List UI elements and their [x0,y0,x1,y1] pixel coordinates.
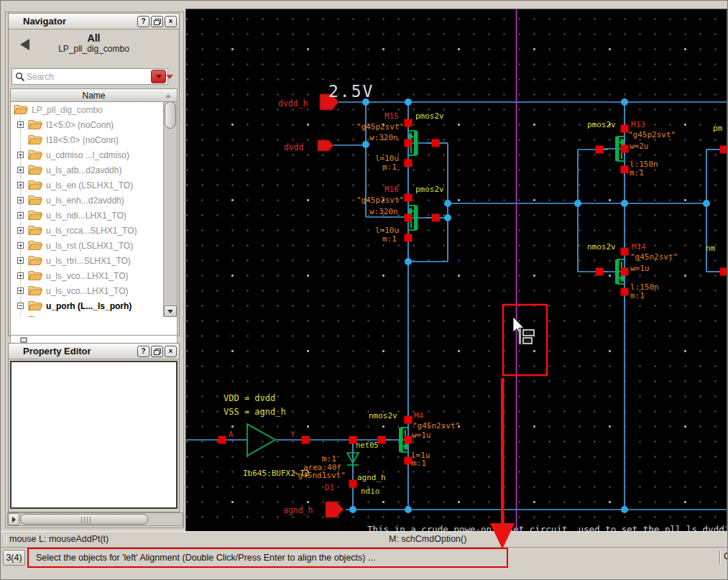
m16-width[interactable]: w:320n [369,207,398,216]
name-column-header[interactable]: Name [10,88,178,102]
m15-width[interactable]: w:320n [369,133,398,142]
solder-dot[interactable] [444,200,451,207]
search-input[interactable] [25,71,151,83]
solder-dot[interactable] [703,200,710,207]
net05-label[interactable]: net05 [356,441,379,449]
tree-item[interactable]: + u_ls_en (LSLHX1_TO) [11,178,163,193]
m13-cell[interactable]: pmos2v [587,120,616,129]
pin-square[interactable] [621,248,629,256]
pin-square[interactable] [621,288,629,296]
m16-name[interactable]: M16 [384,185,399,194]
pin-square[interactable] [596,146,604,154]
buffer-symbol[interactable] [247,424,275,456]
mos-symbol-m15[interactable] [408,131,436,155]
solder-dot[interactable] [621,200,628,207]
pin-square[interactable] [432,214,440,222]
dock-horizontal-scrollbar[interactable] [7,512,183,526]
m13-mult[interactable]: m:1 [630,168,644,178]
tree-expander[interactable]: + [17,152,24,158]
m4-cell[interactable]: nmos2v [369,411,397,420]
tree-item[interactable]: + u_ls_enh...d2avddh) [11,193,163,208]
d1-model[interactable]: "g45nd1svt" [293,471,346,480]
m13-width[interactable]: w=2u [630,142,649,151]
scroll-right-button[interactable] [8,513,19,525]
m15-cell[interactable]: pmos2v [415,111,444,121]
right-pmos-partial[interactable]: pm [713,124,723,133]
pin-square[interactable] [720,146,727,154]
help-button[interactable]: ? [137,16,149,27]
pin-label-dvdd-h[interactable]: dvdd_h [278,98,308,109]
pin-square[interactable] [621,145,629,153]
pin-label-agnd-h[interactable]: agnd_h [283,505,313,515]
tree-item[interactable]: + u_ls_vco...LHX1_TO) [11,283,163,298]
tree-item[interactable]: + u_cdmiso ...l_cdmiso) [11,147,163,162]
solder-dot[interactable] [349,506,356,513]
pin-arrow-agnd-h[interactable] [326,502,344,517]
statusbar-grip[interactable] [3,535,6,545]
solder-dot[interactable] [405,506,412,513]
m14-name[interactable]: M14 [632,242,646,252]
solder-dot[interactable] [574,200,581,207]
tree-item[interactable]: + u_ls_vco...LHX1_TO) [11,268,163,283]
pin-square[interactable] [349,480,357,488]
tree-expander[interactable]: + [17,287,24,294]
property-editor-titlebar[interactable]: Property Editor ? × [9,344,179,359]
tree-expander[interactable]: + [17,167,24,173]
tree-expander[interactable]: + [17,197,24,203]
pin-square[interactable] [621,268,629,276]
mos-symbol-m16[interactable] [408,206,436,230]
solder-dot[interactable] [621,506,628,513]
solder-dot[interactable] [362,141,369,148]
m14-mult[interactable]: m:1 [630,291,645,300]
search-options-button[interactable] [151,70,166,83]
m16-cell[interactable]: pmos2v [415,185,444,194]
d1-net-label[interactable]: agnd_h [357,473,386,482]
m15-name[interactable]: M15 [384,111,399,121]
search-box[interactable] [11,68,168,85]
tree-item[interactable]: LP_pll_dig_combo [11,102,163,117]
tree-item[interactable]: + u_ls_rtri...SLHX1_TO) [11,253,163,268]
pin-square[interactable] [596,268,604,276]
m4-name[interactable]: M4 [414,411,424,420]
pin-label-dvdd[interactable]: dvdd [284,142,304,152]
m4-mult[interactable]: m:1 [412,459,426,468]
tree-item[interactable]: + u_ls_rst (LSLHX1_TO) [11,238,163,253]
navigator-titlebar[interactable]: Navigator ? × [9,14,179,29]
tree-item[interactable]: + u_ls_rcca...SLHX1_TO) [11,223,163,238]
buffer-pin-y[interactable]: Y [290,430,295,439]
m14-model[interactable]: "g45n2svt" [630,252,678,262]
m15-model[interactable]: "g45p2svt" [356,122,404,132]
channel-bar[interactable] [399,428,403,452]
pin-square[interactable] [405,436,413,444]
channel-bar[interactable] [615,137,619,161]
channel-bar[interactable] [615,259,619,284]
mos-symbols[interactable] [381,131,625,452]
m13-model[interactable]: "g45p2svt" [628,130,676,139]
pin-square[interactable] [621,125,629,133]
m13-name[interactable]: M13 [631,120,645,129]
solder-dot[interactable] [405,98,412,106]
channel-bar[interactable] [414,131,418,155]
d1-name[interactable]: D1 [325,483,334,492]
pin-square[interactable] [405,234,413,242]
tree-item[interactable]: + I1<5:0> (noConn) [11,117,163,132]
pin-square[interactable] [405,416,413,424]
pin-square[interactable] [432,139,440,147]
m4-width[interactable]: w=1u [412,431,431,440]
tree-expander[interactable]: + [17,272,24,279]
pin-square[interactable] [405,139,413,147]
solder-dot[interactable] [444,214,451,221]
scrollbar-thumb[interactable] [165,102,176,129]
solder-dot[interactable] [621,98,628,106]
tree-item[interactable]: − u_porh (L..._ls_porh) [11,298,163,313]
pin-arrow-dvdd[interactable] [318,140,333,151]
pin-square[interactable] [405,194,413,202]
m15-mult[interactable]: m:1 [382,162,397,172]
tree-expander[interactable]: + [17,257,24,264]
tree-expander[interactable]: + [17,182,24,188]
d1-cell[interactable]: ndio [361,487,380,496]
help-button[interactable]: ? [137,346,149,357]
pin-square[interactable] [621,166,629,174]
float-button[interactable] [151,346,163,357]
float-button[interactable] [151,16,163,27]
